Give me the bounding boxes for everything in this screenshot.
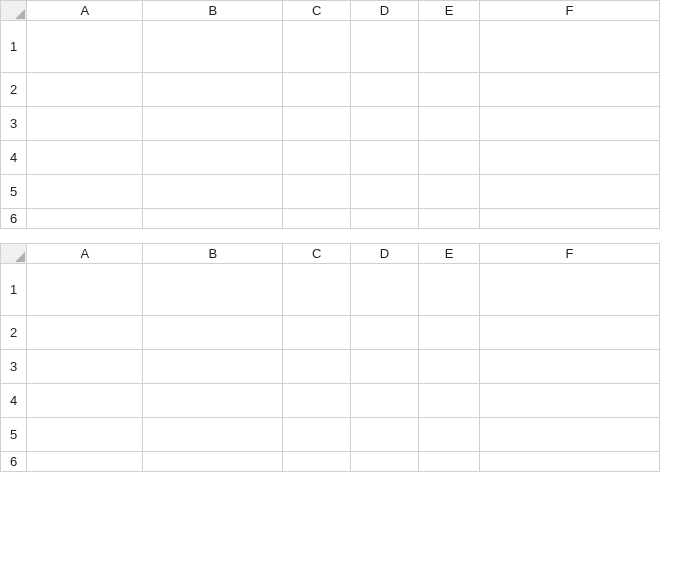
header-cell-d[interactable]: BULAN — [351, 21, 419, 73]
cell-c-6[interactable] — [283, 209, 351, 229]
cell-e-2[interactable]: 9 — [418, 73, 479, 107]
cell-b-6[interactable] — [143, 209, 283, 229]
cell-d-4[interactable]: 7 Bulan — [351, 384, 419, 418]
cell-e-6[interactable] — [418, 209, 479, 229]
row-header-2[interactable]: 2 — [1, 316, 27, 350]
cell-d-2[interactable]: 7 — [351, 73, 419, 107]
cell-a-2[interactable]: 01/01/2008 — [27, 73, 143, 107]
cell-d-3[interactable]: 7 — [351, 107, 419, 141]
column-header-e[interactable]: E — [418, 1, 479, 21]
header-cell-a[interactable]: TAHUN MULAI — [27, 264, 143, 316]
cell-a-5[interactable]: 01/01/2008 — [27, 175, 143, 209]
cell-d-5[interactable]: 7 Bulan — [351, 418, 419, 452]
cell-b-4[interactable]: 10/08/2017 — [143, 141, 283, 175]
header-cell-e[interactable]: HARI — [418, 21, 479, 73]
row-header-5[interactable]: 5 — [1, 418, 27, 452]
cell-f-3[interactable] — [480, 107, 659, 141]
row-header-3[interactable]: 3 — [1, 107, 27, 141]
cell-a-3[interactable]: 01/01/2008 — [27, 350, 143, 384]
cell-d-6[interactable] — [351, 209, 419, 229]
column-header-a[interactable]: A — [27, 244, 143, 264]
row-header-6[interactable]: 6 — [1, 209, 27, 229]
cell-a-5[interactable]: 01/01/2008 — [27, 418, 143, 452]
column-header-f[interactable]: F — [480, 244, 659, 264]
cell-d-5[interactable]: 7 Bulan — [351, 175, 419, 209]
column-header-b[interactable]: B — [143, 244, 283, 264]
column-header-b[interactable]: B — [143, 1, 283, 21]
cell-b-3[interactable]: 10/08/2017 — [143, 350, 283, 384]
cell-c-2[interactable]: 9 — [283, 316, 351, 350]
cell-e-3[interactable]: 9 — [418, 107, 479, 141]
cell-d-3[interactable]: 7 — [351, 350, 419, 384]
cell-e-5[interactable]: 9 Hari — [418, 418, 479, 452]
column-header-a[interactable]: A — [27, 1, 143, 21]
cell-f-2[interactable] — [480, 316, 659, 350]
column-header-c[interactable]: C — [283, 1, 351, 21]
column-header-d[interactable]: D — [351, 1, 419, 21]
cell-e-4[interactable]: 9 Hari — [418, 384, 479, 418]
header-cell-a[interactable]: TAHUN MULAI — [27, 21, 143, 73]
column-header-f[interactable]: F — [480, 1, 659, 21]
cell-a-2[interactable]: 01/01/2008 — [27, 316, 143, 350]
header-cell-e[interactable]: HARI — [418, 264, 479, 316]
row-header-4[interactable]: 4 — [1, 384, 27, 418]
cell-c-5[interactable]: 9 Tahun — [283, 175, 351, 209]
cell-b-5[interactable] — [143, 418, 283, 452]
spreadsheet-table-2: ABCDEF1TAHUN MULAITAHUN SEKARANGTAHUNBUL… — [0, 243, 675, 472]
cell-f-2[interactable] — [480, 73, 659, 107]
header-cell-d[interactable]: BULAN — [351, 264, 419, 316]
cell-b-3[interactable]: 10/08/2017 — [143, 107, 283, 141]
cell-c-4[interactable]: 9 Tahun — [283, 384, 351, 418]
cell-c-5[interactable]: 9 Tahun — [283, 418, 351, 452]
cell-a-3[interactable]: 01/01/2008 — [27, 107, 143, 141]
cell-d-2[interactable]: 7 — [351, 316, 419, 350]
cell-c-2[interactable]: 9 — [283, 73, 351, 107]
row-header-4[interactable]: 4 — [1, 141, 27, 175]
header-cell-f[interactable]: MASA KERJA(TAHUN-BULAN-HARI) — [480, 264, 659, 316]
cell-e-3[interactable]: 9 — [418, 350, 479, 384]
cell-b-2[interactable]: 10/08/2017 — [143, 316, 283, 350]
cell-f-6[interactable] — [480, 452, 659, 472]
cell-c-3[interactable]: 9 — [283, 107, 351, 141]
header-cell-b[interactable]: TAHUN SEKARANG — [143, 264, 283, 316]
column-header-e[interactable]: E — [418, 244, 479, 264]
cell-b-5[interactable] — [143, 175, 283, 209]
row-header-3[interactable]: 3 — [1, 350, 27, 384]
cell-e-6[interactable] — [418, 452, 479, 472]
header-cell-c[interactable]: TAHUN — [283, 21, 351, 73]
header-f-line2: (TAHUN-BULAN-HARI) — [480, 47, 658, 64]
column-header-d[interactable]: D — [351, 244, 419, 264]
header-cell-b[interactable]: TAHUN SEKARANG — [143, 21, 283, 73]
header-cell-c[interactable]: TAHUN — [283, 264, 351, 316]
cell-f-4[interactable]: 9 Tahun 7 Bulan 9 Hari — [480, 141, 659, 175]
cell-e-2[interactable]: 9 — [418, 316, 479, 350]
cell-c-6[interactable] — [283, 452, 351, 472]
select-all-corner[interactable] — [1, 244, 27, 264]
cell-d-6[interactable] — [351, 452, 419, 472]
row-header-1[interactable]: 1 — [1, 21, 27, 73]
select-all-corner[interactable] — [1, 1, 27, 21]
cell-f-4[interactable]: 9 Tahun 7 Bulan 9 Hari — [480, 384, 659, 418]
cell-b-4[interactable]: 10/08/2017 — [143, 384, 283, 418]
cell-f-3[interactable] — [480, 350, 659, 384]
column-header-c[interactable]: C — [283, 244, 351, 264]
cell-b-6[interactable] — [143, 452, 283, 472]
header-cell-f[interactable]: MASA KERJA(TAHUN-BULAN-HARI) — [480, 21, 659, 73]
cell-c-3[interactable]: 9 — [283, 350, 351, 384]
cell-f-5[interactable]: 9 Tahun 7 Bulan 9 Hari — [480, 175, 659, 209]
cell-f-5[interactable]: 9 Tahun 7 Bulan 9 Hari — [480, 418, 659, 452]
row-header-5[interactable]: 5 — [1, 175, 27, 209]
cell-a-4[interactable]: 01/01/2008 — [27, 384, 143, 418]
cell-a-4[interactable]: 01/01/2008 — [27, 141, 143, 175]
cell-a-6[interactable] — [27, 452, 143, 472]
cell-e-4[interactable]: 9 Hari — [418, 141, 479, 175]
cell-a-6[interactable] — [27, 209, 143, 229]
row-header-6[interactable]: 6 — [1, 452, 27, 472]
cell-d-4[interactable]: 7 Bulan — [351, 141, 419, 175]
cell-f-6[interactable] — [480, 209, 659, 229]
row-header-1[interactable]: 1 — [1, 264, 27, 316]
cell-e-5[interactable]: 9 Hari — [418, 175, 479, 209]
cell-c-4[interactable]: 9 Tahun — [283, 141, 351, 175]
cell-b-2[interactable]: 10/08/2017 — [143, 73, 283, 107]
row-header-2[interactable]: 2 — [1, 73, 27, 107]
